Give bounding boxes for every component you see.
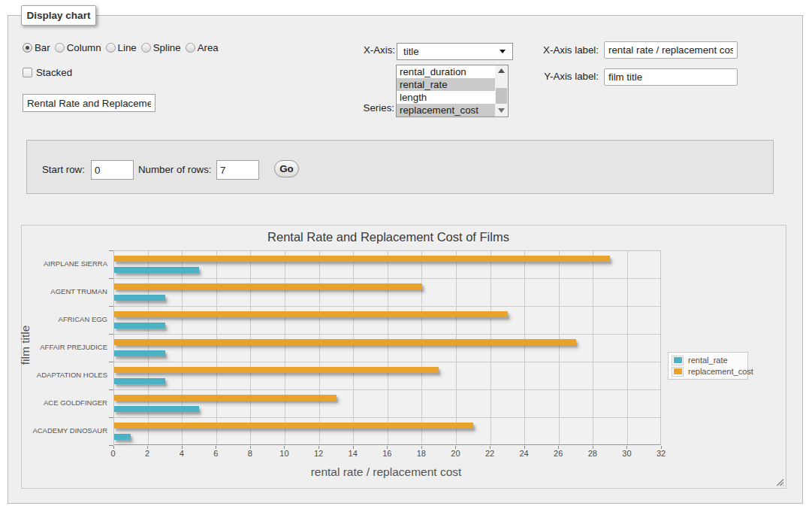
gridline-horizontal [114, 389, 661, 390]
chart-type-radio-bar[interactable] [23, 43, 32, 53]
y-axis-label-input[interactable] [604, 68, 738, 86]
scrollbar-up-icon[interactable] [495, 65, 508, 77]
chart-type-radio-line[interactable] [106, 43, 116, 53]
x-axis-label-input[interactable] [604, 41, 738, 59]
x-axis-tick [455, 446, 456, 449]
x-axis-tick [626, 446, 627, 449]
y-axis-tick [109, 250, 113, 251]
start-row-input[interactable] [91, 160, 134, 180]
bar-replacement_cost [114, 283, 422, 289]
x-axis-tick-label: 24 [520, 449, 529, 458]
category-label: AGENT TRUMAN [22, 287, 107, 296]
x-axis-tick-label: 30 [622, 449, 631, 458]
stacked-label: Stacked [36, 67, 72, 78]
series-option-replacement_cost[interactable]: replacement_cost [397, 104, 497, 117]
category-label: AFFAIR PREJUDICE [22, 343, 107, 352]
gridline-vertical [319, 251, 320, 444]
y-axis-tick [109, 306, 113, 307]
x-axis-tick [387, 446, 388, 449]
chart-type-radio-area[interactable] [186, 43, 195, 53]
x-axis-tick [558, 446, 559, 449]
x-axis-tick [182, 446, 183, 449]
x-axis-tick-label: 4 [180, 449, 184, 458]
y-axis-tick [109, 445, 113, 446]
gridline-horizontal [114, 306, 661, 307]
legend-swatch-replacement_cost [672, 367, 684, 377]
category-label: AIRPLANE SIERRA [22, 259, 107, 268]
scrollbar-down-icon[interactable] [495, 105, 508, 117]
chart-type-radio-label-column: Column [67, 42, 101, 53]
scrollbar-thumb[interactable] [496, 88, 507, 104]
chart-plot-area [113, 250, 662, 445]
category-label: AFRICAN EGG [22, 315, 107, 324]
series-list-label: Series: [334, 102, 394, 114]
x-axis-tick-label: 0 [110, 449, 115, 458]
bar-rental_rate [114, 295, 165, 301]
gridline-vertical [250, 251, 251, 444]
gridline-vertical [593, 251, 593, 444]
chart-type-radio-label-spline: Spline [153, 42, 181, 53]
go-button[interactable]: Go [274, 160, 299, 177]
chart-legend: rental_ratereplacement_cost [668, 352, 748, 380]
gridline-vertical [421, 251, 422, 444]
x-axis-tick-label: 10 [279, 449, 288, 458]
bar-rental_rate [114, 434, 131, 440]
x-axis-tick-label: 8 [248, 449, 252, 458]
start-row-label: Start row: [42, 164, 85, 176]
x-axis-select-label: X-Axis: [335, 44, 395, 56]
gridline-vertical [353, 251, 354, 444]
gridline-horizontal [114, 278, 661, 279]
gridline-horizontal [114, 334, 661, 335]
x-axis-tick [113, 446, 114, 449]
gridline-horizontal [114, 362, 661, 362]
legend-label: rental_rate [688, 356, 728, 365]
chart-type-radio-group: BarColumnLineSplineArea [23, 41, 223, 53]
gridline-vertical [456, 251, 457, 444]
chart-type-radio-column[interactable] [55, 43, 65, 53]
gridline-vertical [216, 251, 217, 444]
stacked-checkbox[interactable] [23, 68, 32, 77]
bar-replacement_cost [114, 339, 576, 345]
series-option-rental_rate[interactable]: rental_rate [397, 78, 497, 91]
listbox-scrollbar[interactable] [495, 65, 508, 117]
resize-grip-icon[interactable] [775, 477, 784, 486]
bar-replacement_cost [114, 395, 337, 401]
number-of-rows-label: Number of rows: [138, 164, 212, 176]
x-axis-tick-label: 18 [417, 449, 426, 458]
x-axis-tick-label: 20 [451, 449, 460, 458]
series-option-rental_duration[interactable]: rental_duration [397, 65, 497, 78]
x-axis-selected-value: title [403, 46, 419, 57]
number-of-rows-input[interactable] [216, 160, 259, 180]
legend-row: replacement_cost [672, 366, 747, 377]
x-axis-label-field-label: X-Axis label: [526, 44, 599, 56]
x-axis-tick-label: 16 [382, 449, 391, 458]
gridline-vertical [559, 251, 560, 444]
y-axis-label-field-label: Y-Axis label: [526, 71, 599, 83]
bar-rental_rate [114, 406, 200, 412]
x-axis-tick [250, 446, 251, 449]
category-label: ACADEMY DINOSAUR [22, 426, 107, 435]
chart-title-input[interactable] [23, 94, 155, 112]
gridline-vertical [627, 251, 628, 444]
legend-label: replacement_cost [688, 367, 753, 376]
y-axis-tick [109, 278, 113, 279]
x-axis-tick [284, 446, 285, 449]
x-axis-tick-label: 6 [213, 449, 218, 458]
x-axis-select[interactable]: title [397, 43, 513, 60]
bar-rental_rate [114, 267, 200, 273]
x-axis-tick [593, 446, 593, 449]
chart-type-radio-label-bar: Bar [35, 42, 50, 53]
series-listbox[interactable]: rental_durationrental_ratelengthreplacem… [396, 65, 509, 117]
x-axis-tick [147, 446, 148, 449]
y-axis-tick [109, 334, 113, 335]
chart-panel: Rental Rate and Replacement Cost of Film… [21, 225, 786, 489]
fieldset-legend: Display chart [21, 5, 96, 26]
chart-type-radio-spline[interactable] [141, 43, 151, 53]
chart-type-radio-label-area: Area [198, 42, 219, 53]
x-axis-tick-label: 2 [145, 449, 149, 458]
stacked-row: Stacked [23, 66, 77, 78]
series-option-length[interactable]: length [397, 91, 497, 104]
y-axis-tick [109, 417, 113, 418]
x-axis-tick-label: 26 [554, 449, 563, 458]
category-label: ADAPTATION HOLES [22, 371, 107, 380]
